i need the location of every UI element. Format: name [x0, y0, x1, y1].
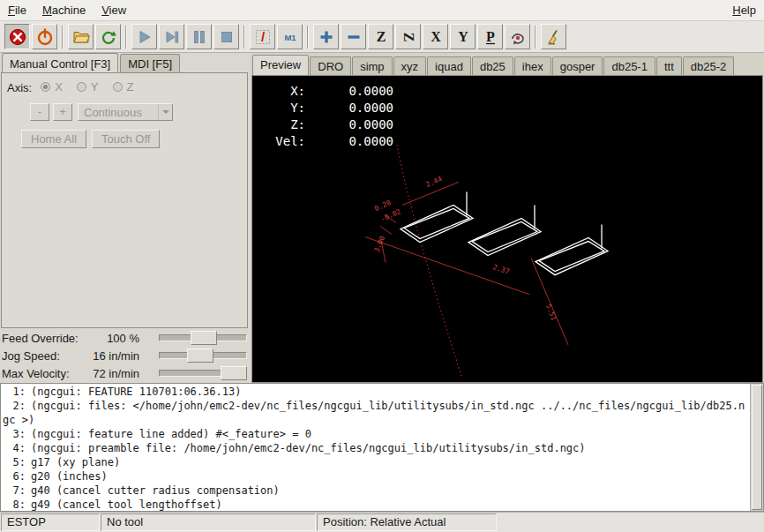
svg-text:Z: Z [376, 29, 386, 44]
toggle-optional-pause-button[interactable]: M1 [277, 24, 303, 49]
status-estop: ESTOP [1, 513, 100, 531]
axis-radio-label: Z [127, 80, 134, 94]
dro-value: 0.0000 [305, 100, 393, 116]
top-view-icon: Z [372, 28, 390, 46]
zoom-in-button[interactable] [313, 24, 339, 49]
max-velocity-row: Max Velocity:72 in/min [0, 364, 249, 382]
jog-minus-button[interactable]: - [30, 103, 49, 121]
tab-xyz[interactable]: xyz [393, 56, 427, 75]
log-line-number: 6: [3, 469, 26, 483]
log-line-text: (ngcgui: files: </home/john/emc2-dev/nc_… [31, 400, 745, 412]
menu-file[interactable]: File [0, 0, 34, 20]
dro-value: 0.0000 [305, 116, 393, 133]
machine-power-button[interactable] [32, 24, 57, 49]
log-scrollbar[interactable] [750, 384, 763, 511]
slider-thumb[interactable] [191, 331, 217, 345]
axis-radio-z[interactable]: Z [113, 80, 134, 94]
tab-db25-2[interactable]: db25-2 [683, 56, 734, 75]
jog-mode-select[interactable]: Continuous [78, 103, 173, 121]
view-top-button[interactable]: Z [368, 24, 393, 49]
feed-override-slider[interactable] [159, 331, 247, 345]
rotate-icon [509, 28, 527, 46]
toolbar-separator [535, 26, 536, 49]
step-button[interactable] [159, 24, 184, 49]
toggle-skip-lines-button[interactable]: / [250, 24, 275, 49]
max-velocity-slider[interactable] [159, 366, 247, 380]
tab-gosper[interactable]: gosper [552, 56, 603, 75]
tab-dro[interactable]: DRO [310, 56, 351, 75]
slider-thumb[interactable] [221, 366, 247, 380]
jog-speed-row: Jog Speed:16 in/min [0, 347, 249, 364]
pause-button[interactable] [186, 24, 212, 49]
log-line: 5:g17 (xy plane) [3, 455, 761, 469]
axis-radio-x[interactable]: X [41, 80, 63, 94]
open-folder-icon [72, 28, 90, 46]
axis-label: Axis: [7, 81, 32, 94]
slider-thumb[interactable] [187, 348, 213, 363]
run-button[interactable] [131, 24, 157, 49]
reload-file-button[interactable] [95, 24, 121, 49]
jog-plus-button[interactable]: + [53, 103, 72, 121]
feed-override-value: 100 % [85, 332, 146, 345]
jog-speed-value: 16 in/min [85, 349, 146, 363]
chevron-down-icon [158, 104, 172, 120]
jog-speed-slider[interactable] [159, 348, 247, 363]
dro-label: Y: [265, 100, 305, 116]
tab-simp[interactable]: simp [352, 56, 392, 75]
log-line: 1:(ngcgui: FEATURE 110701:06.36.13) [3, 385, 761, 399]
tab-manual-control-f3-[interactable]: Manual Control [F3] [2, 53, 118, 72]
rotate-mode-button[interactable] [505, 24, 530, 49]
view-perspective-button[interactable]: P [477, 24, 503, 49]
estop-icon [9, 28, 26, 46]
menu-view[interactable]: View [94, 0, 134, 20]
jog-speed-label: Jog Speed: [2, 349, 85, 363]
clear-plot-button[interactable] [541, 24, 566, 49]
view-side-button[interactable]: X [423, 24, 448, 49]
menu-help[interactable]: Help [724, 0, 764, 20]
estop-button[interactable] [4, 24, 30, 49]
log-scrollbar-thumb[interactable] [752, 385, 762, 510]
manual-control-panel: Manual Control [F3]MDI [F5] Axis: XYZ - … [0, 53, 251, 383]
tab-ihex[interactable]: ihex [514, 56, 551, 75]
dimension-label: 2.44 [424, 175, 443, 189]
open-file-button[interactable] [68, 24, 94, 49]
log-line-number: 2: [3, 399, 26, 413]
dro-label: Z: [265, 116, 305, 133]
axis-radio-y[interactable]: Y [77, 80, 99, 94]
axis-radio-label: Y [91, 80, 99, 94]
svg-text:Z: Z [401, 32, 416, 41]
menu-bar: FileMachineViewHelp [0, 0, 764, 21]
view-front-button[interactable]: Y [450, 24, 476, 49]
log-line-text: gc >) [3, 414, 34, 426]
log-line-number: 5: [3, 455, 26, 469]
dro-row-y: Y:0.0000 [265, 100, 393, 116]
gcode-log[interactable]: 1:(ngcgui: FEATURE 110701:06.36.13)2:(ng… [0, 383, 764, 512]
tab-iquad[interactable]: iquad [427, 56, 471, 75]
log-line-text: g17 (xy plane) [31, 456, 120, 468]
tab-db25-1[interactable]: db25-1 [603, 56, 655, 75]
tab-ttt[interactable]: ttt [656, 56, 682, 75]
log-line-number: 4: [3, 441, 26, 455]
menu-machine[interactable]: Machine [34, 0, 94, 20]
tab-mdi-f5-[interactable]: MDI [F5] [120, 54, 180, 72]
stop-button[interactable] [213, 24, 239, 49]
perspective-view-icon: P [482, 28, 499, 46]
tab-db25[interactable]: db25 [472, 56, 513, 75]
log-line: 4:(ngcgui: preamble file: /home/john/emc… [3, 441, 761, 455]
feed-override-row: Feed Override:100 % [0, 329, 249, 347]
svg-text:P: P [486, 29, 495, 44]
rotated-top-view-icon: Z [400, 28, 417, 46]
zoom-out-button[interactable] [341, 24, 366, 49]
log-line-number: 8: [3, 498, 26, 512]
home-all-button[interactable]: Home All [21, 130, 86, 148]
log-line-number: 1: [3, 385, 26, 399]
dimension-labels: 2.440.20-0.023.002.375.51 [373, 175, 558, 322]
dro-label: X: [265, 83, 305, 100]
preview-canvas[interactable]: 2.440.20-0.023.002.375.51 X:0.0000Y:0.00… [251, 75, 763, 383]
run-icon [136, 28, 154, 46]
touch-off-button[interactable]: Touch Off [92, 130, 160, 148]
step-icon [163, 28, 181, 46]
dro-readout: X:0.0000Y:0.0000Z:0.0000Vel:0.0000 [265, 83, 393, 150]
view-rotated-top-button[interactable]: Z [395, 24, 421, 49]
tab-preview[interactable]: Preview [252, 55, 309, 75]
